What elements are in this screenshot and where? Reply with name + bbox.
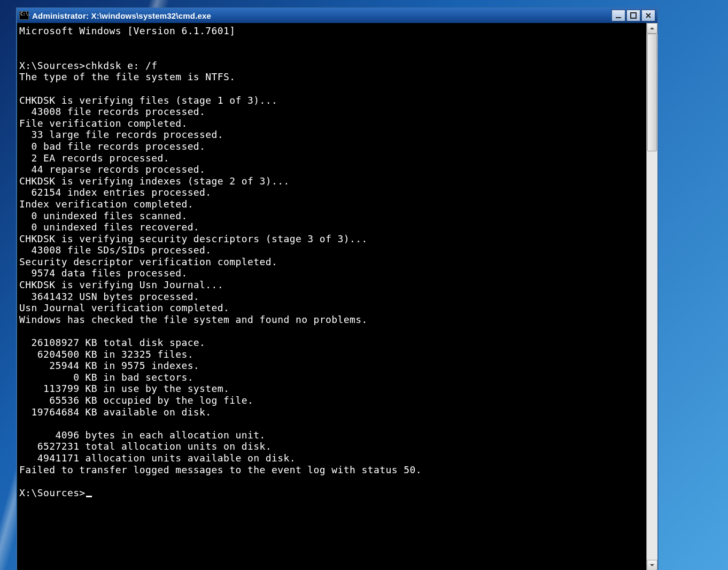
terminal-line: 6204500 KB in 32325 files. <box>19 349 646 360</box>
terminal-line: CHKDSK is verifying Usn Journal... <box>19 279 646 291</box>
svg-rect-0 <box>616 17 621 18</box>
terminal-line: 9574 data files processed. <box>19 267 646 279</box>
terminal-line <box>19 325 646 337</box>
terminal-line: 113799 KB in use by the system. <box>19 383 646 395</box>
terminal-line: 62154 index entries processed. <box>19 187 646 198</box>
chevron-up-icon <box>649 26 655 31</box>
client-area: Microsoft Windows [Version 6.1.7601] X:\… <box>17 23 657 570</box>
terminal-line: CHKDSK is verifying files (stage 1 of 3)… <box>19 95 646 106</box>
terminal-line: 0 KB in bad sectors. <box>19 372 646 383</box>
minimize-button[interactable] <box>611 10 625 21</box>
terminal-line: 3641432 USN bytes processed. <box>19 291 646 303</box>
terminal-line: 6527231 total allocation units on disk. <box>19 441 646 452</box>
scroll-up-button[interactable] <box>647 23 657 34</box>
terminal-line: 0 unindexed files scanned. <box>19 210 646 222</box>
maximize-button[interactable] <box>626 10 640 21</box>
terminal-line: CHKDSK is verifying security descriptors… <box>19 233 646 245</box>
minimize-icon <box>615 12 622 19</box>
cmd-icon[interactable]: C:\. <box>19 11 29 20</box>
terminal-line <box>19 37 646 49</box>
terminal-line: 2 EA records processed. <box>19 152 646 164</box>
window-controls <box>611 10 655 21</box>
cmd-window: C:\. Administrator: X:\windows\system32\… <box>16 7 659 570</box>
terminal-line: 4096 bytes in each allocation unit. <box>19 429 646 441</box>
terminal-line: The type of the file system is NTFS. <box>19 71 646 83</box>
terminal-output[interactable]: Microsoft Windows [Version 6.1.7601] X:\… <box>17 23 646 570</box>
terminal-line: 26108927 KB total disk space. <box>19 337 646 349</box>
terminal-line: 33 large file records processed. <box>19 129 646 141</box>
terminal-line <box>19 83 646 95</box>
terminal-line: CHKDSK is verifying indexes (stage 2 of … <box>19 175 646 187</box>
terminal-line: Windows has checked the file system and … <box>19 314 646 326</box>
vertical-scrollbar[interactable] <box>646 23 657 570</box>
terminal-line: 43008 file SDs/SIDs processed. <box>19 244 646 256</box>
terminal-line: 25944 KB in 9575 indexes. <box>19 360 646 372</box>
terminal-line <box>19 48 646 60</box>
terminal-line: 65536 KB occupied by the log file. <box>19 395 646 406</box>
terminal-line <box>19 418 646 429</box>
terminal-line: 4941171 allocation units available on di… <box>19 452 646 464</box>
cursor <box>86 496 92 497</box>
terminal-line: X:\Sources>chkdsk e: /f <box>19 60 646 72</box>
maximize-icon <box>630 12 637 19</box>
scrollbar-thumb[interactable] <box>647 34 657 151</box>
close-button[interactable] <box>641 10 655 21</box>
desktop-background: C:\. Administrator: X:\windows\system32\… <box>0 0 728 570</box>
svg-rect-1 <box>631 13 636 18</box>
close-icon <box>645 12 652 19</box>
terminal-line: File verification completed. <box>19 118 646 129</box>
terminal-line: Index verification completed. <box>19 198 646 210</box>
terminal-line: Failed to transfer logged messages to th… <box>19 464 646 476</box>
terminal-line: Security descriptor verification complet… <box>19 256 646 268</box>
terminal-line: Usn Journal verification completed. <box>19 302 646 314</box>
terminal-line: 19764684 KB available on disk. <box>19 406 646 418</box>
scroll-down-button[interactable] <box>647 560 657 570</box>
terminal-line: 0 bad file records processed. <box>19 141 646 152</box>
window-title: Administrator: X:\windows\system32\cmd.e… <box>32 11 611 20</box>
prompt-text: X:\Sources> <box>19 487 86 498</box>
chevron-down-icon <box>649 563 655 568</box>
scrollbar-track[interactable] <box>647 34 657 560</box>
titlebar[interactable]: C:\. Administrator: X:\windows\system32\… <box>17 8 657 23</box>
terminal-line: 43008 file records processed. <box>19 106 646 118</box>
terminal-prompt[interactable]: X:\Sources> <box>19 487 646 499</box>
terminal-line <box>19 475 646 487</box>
terminal-line: 0 unindexed files recovered. <box>19 221 646 233</box>
terminal-line: Microsoft Windows [Version 6.1.7601] <box>19 25 646 37</box>
terminal-line: 44 reparse records processed. <box>19 164 646 175</box>
